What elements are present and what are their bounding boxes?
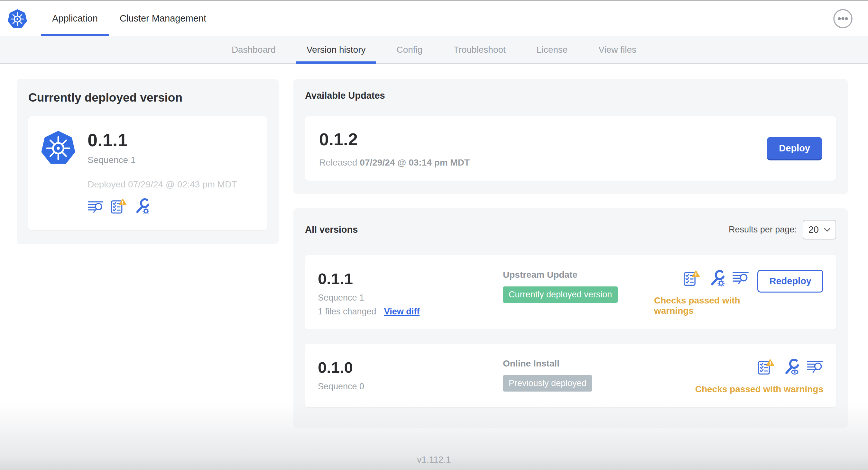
console-version: v1.112.1	[417, 455, 451, 465]
status-badge: Currently deployed version	[503, 287, 618, 303]
source-label: Online Install	[503, 359, 654, 369]
released-datetime: 07/29/24 @ 03:14 pm MDT	[360, 158, 470, 167]
version-info: 0.1.0 Sequence 0	[318, 359, 503, 392]
version-row-0-1-1: 0.1.1 Sequence 1 1 files changed View di…	[305, 255, 836, 330]
currently-deployed-title: Currently deployed version	[28, 91, 267, 104]
released-prefix: Released	[319, 158, 357, 167]
checks-column: Checks passed with warnings	[654, 270, 749, 316]
main-content: Currently deployed version 0.1.1	[0, 64, 868, 428]
update-version-number: 0.1.2	[319, 129, 470, 149]
tab-version-history-label: Version history	[307, 45, 366, 55]
tab-application[interactable]: Application	[41, 1, 109, 36]
deploy-button[interactable]: Deploy	[767, 137, 822, 160]
view-diff-link[interactable]: View diff	[384, 307, 420, 317]
source-label: Upstream Update	[503, 270, 654, 280]
update-released: Released07/29/24 @ 03:14 pm MDT	[319, 158, 470, 168]
tab-view-files-label: View files	[598, 45, 637, 55]
tab-config[interactable]: Config	[386, 36, 433, 63]
deployed-actions	[88, 198, 237, 215]
update-row: 0.1.2 Released07/29/24 @ 03:14 pm MDT De…	[305, 116, 836, 181]
view-config-icon[interactable]	[782, 359, 799, 376]
ellipsis-icon	[833, 8, 853, 29]
row-files-changed: 1 files changed View diff	[318, 307, 503, 317]
kubernetes-logo-icon	[8, 9, 27, 29]
tab-cluster-management-label: Cluster Management	[120, 13, 206, 24]
preflight-status-link[interactable]: Checks passed with warnings	[695, 384, 823, 395]
all-versions-title: All versions	[305, 224, 358, 235]
kubernetes-app-icon	[41, 130, 75, 166]
overflow-menu-button[interactable]	[833, 8, 853, 29]
app-header: Application Cluster Management	[0, 1, 868, 36]
redeploy-button[interactable]: Redeploy	[757, 270, 823, 293]
right-column: Available Updates 0.1.2 Released07/29/24…	[293, 79, 848, 428]
chevron-down-icon	[824, 228, 830, 232]
results-per-page-select[interactable]: 20	[803, 220, 836, 239]
files-changed-label: 1 files changed	[318, 307, 376, 317]
tab-application-label: Application	[52, 13, 98, 24]
tab-dashboard[interactable]: Dashboard	[221, 36, 286, 63]
tab-dashboard-label: Dashboard	[231, 45, 276, 55]
preflight-checks-warning-icon[interactable]	[110, 198, 127, 215]
deploy-logs-icon[interactable]	[807, 360, 823, 375]
currently-deployed-card: Currently deployed version 0.1.1	[17, 79, 279, 244]
tab-troubleshoot[interactable]: Troubleshoot	[443, 36, 516, 63]
row-version-number: 0.1.0	[318, 359, 503, 376]
edit-config-icon[interactable]	[133, 198, 149, 215]
tab-view-files[interactable]: View files	[588, 36, 647, 63]
edit-config-icon[interactable]	[708, 270, 724, 288]
deployed-sequence: Sequence 1	[88, 155, 237, 165]
results-per-page-value: 20	[808, 224, 819, 235]
available-updates-title: Available Updates	[305, 90, 836, 101]
all-versions-header: All versions Results per page: 20	[305, 220, 836, 239]
header-tabs: Application Cluster Management	[41, 1, 217, 36]
preflight-checks-warning-icon[interactable]	[757, 359, 774, 376]
all-versions-card: All versions Results per page: 20 0.1.1 …	[293, 208, 848, 428]
deploy-logs-icon[interactable]	[732, 271, 749, 287]
results-per-page-label: Results per page:	[729, 225, 797, 235]
version-source: Upstream Update Currently deployed versi…	[503, 270, 654, 303]
version-row-0-1-0: 0.1.0 Sequence 0 Online Install Previous…	[305, 344, 836, 407]
preflight-checks-warning-icon[interactable]	[683, 270, 700, 288]
row-sequence: Sequence 0	[318, 381, 503, 392]
app-subnav: Dashboard Version history Config Trouble…	[0, 36, 868, 64]
deployed-version-number: 0.1.1	[88, 130, 237, 150]
tab-config-label: Config	[397, 45, 423, 55]
deployed-timestamp: Deployed 07/29/24 @ 02:43 pm MDT	[88, 179, 237, 190]
tab-cluster-management[interactable]: Cluster Management	[109, 1, 217, 36]
tab-troubleshoot-label: Troubleshoot	[453, 45, 505, 55]
version-source: Online Install Previously deployed	[503, 359, 654, 392]
row-sequence: Sequence 1	[318, 293, 503, 303]
deployed-version-card: 0.1.1 Sequence 1 Deployed 07/29/24 @ 02:…	[28, 116, 267, 230]
tab-license[interactable]: License	[526, 36, 578, 63]
tab-license-label: License	[537, 45, 568, 55]
checks-column: Checks passed with warnings	[695, 359, 823, 395]
available-updates-card: Available Updates 0.1.2 Released07/29/24…	[293, 79, 848, 194]
status-badge: Previously deployed	[503, 375, 592, 392]
results-per-page: Results per page: 20	[729, 220, 836, 239]
version-actions: Checks passed with warnings Redeploy	[654, 270, 823, 316]
tab-version-history[interactable]: Version history	[296, 36, 376, 63]
action-icons	[757, 359, 823, 376]
row-version-number: 0.1.1	[318, 270, 503, 288]
deploy-logs-icon[interactable]	[88, 200, 103, 215]
version-info: 0.1.1 Sequence 1 1 files changed View di…	[318, 270, 503, 317]
version-actions: Checks passed with warnings	[695, 359, 823, 395]
preflight-status-link[interactable]: Checks passed with warnings	[654, 296, 749, 316]
action-icons	[683, 270, 749, 288]
